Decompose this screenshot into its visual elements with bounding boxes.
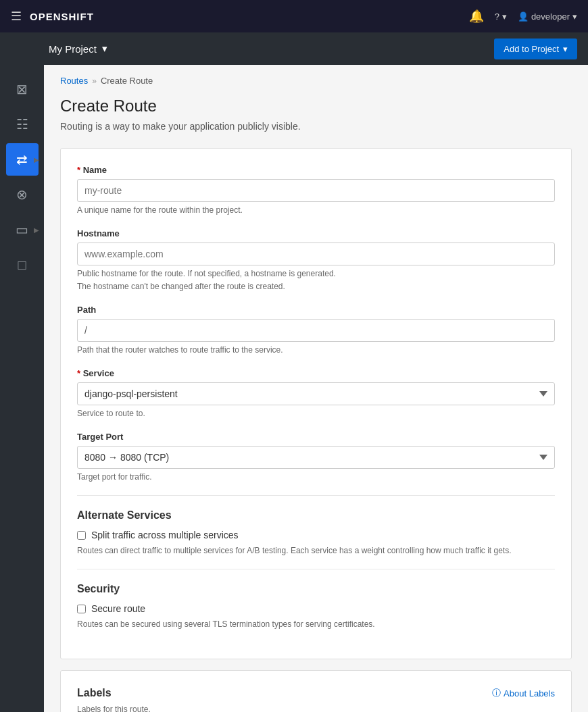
catalog-icon: ☷ (16, 116, 28, 132)
split-traffic-checkbox-group: Split traffic across multiple services (77, 530, 555, 540)
path-group: Path Path that the router watches to rou… (77, 305, 555, 355)
alternate-services-help: Routes can direct traffic to multiple se… (77, 546, 555, 555)
about-labels-link[interactable]: ⓘ About Labels (492, 687, 555, 699)
divider-2 (77, 569, 555, 569)
sidebar: ⊠ ☷ ⇄ ▶ ⊗ ▭ ▶ □ (0, 65, 44, 712)
builds-icon: ▭ (16, 222, 28, 238)
sidebar-item-storage[interactable]: ⊗ (6, 178, 39, 211)
page-subtitle: Routing is a way to make your applicatio… (60, 121, 572, 132)
secure-route-checkbox-group: Secure route (77, 603, 555, 614)
breadcrumb-separator: » (92, 76, 97, 86)
labels-section: Labels ⓘ About Labels Labels for this ro… (60, 670, 572, 712)
path-label: Path (77, 305, 555, 315)
hostname-input[interactable] (77, 243, 555, 265)
help-button[interactable]: ? ▾ (495, 11, 507, 22)
page-title: Create Route (60, 97, 572, 116)
target-port-label: Target Port (77, 432, 555, 442)
create-route-form: Name A unique name for the route within … (60, 148, 572, 659)
breadcrumb-routes-link[interactable]: Routes (60, 76, 88, 86)
alternate-services-heading: Alternate Services (77, 509, 555, 522)
target-port-select[interactable]: 8080 → 8080 (TCP) (77, 446, 555, 469)
target-port-help: Target port for traffic. (77, 472, 555, 482)
user-icon: 👤 (518, 11, 529, 22)
top-nav: ☰ OPENSHIFT 🔔 ? ▾ 👤 developer ▾ (0, 0, 588, 32)
add-to-project-button[interactable]: Add to Project ▾ (494, 39, 577, 59)
hostname-label: Hostname (77, 228, 555, 238)
service-group: Service django-psql-persistent Service t… (77, 368, 555, 418)
sidebar-item-builds[interactable]: ▭ ▶ (6, 213, 39, 246)
sidebar-item-routes[interactable]: ⇄ ▶ (6, 143, 39, 176)
info-icon: ⓘ (492, 687, 501, 699)
labels-header: Labels ⓘ About Labels (77, 687, 555, 699)
security-heading: Security (77, 583, 555, 595)
storage-icon: ⊗ (16, 186, 28, 203)
secure-route-label[interactable]: Secure route (91, 603, 145, 614)
security-group: Security Secure route Routes can be secu… (77, 583, 555, 629)
name-help: A unique name for the route within the p… (77, 205, 555, 215)
path-input[interactable] (77, 319, 555, 342)
expand-icon: ▶ (34, 156, 39, 163)
hostname-help2: The hostname can't be changed after the … (77, 282, 555, 291)
project-selector[interactable]: My Project ▾ (49, 43, 107, 55)
divider-1 (77, 495, 555, 496)
alternate-services-group: Alternate Services Split traffic across … (77, 509, 555, 555)
name-group: Name A unique name for the route within … (77, 165, 555, 215)
labels-title: Labels (77, 687, 112, 699)
hostname-group: Hostname Public hostname for the route. … (77, 228, 555, 291)
service-help: Service to route to. (77, 409, 555, 418)
monitoring-icon: □ (18, 257, 26, 273)
sidebar-item-overview[interactable]: ⊠ (6, 73, 39, 105)
labels-help: Labels for this route. (77, 705, 555, 712)
secure-route-checkbox[interactable] (77, 605, 86, 613)
name-input[interactable] (77, 179, 555, 202)
main-content: Routes » Create Route Create Route Routi… (44, 65, 588, 712)
split-traffic-label[interactable]: Split traffic across multiple services (91, 530, 239, 540)
secondary-nav: My Project ▾ Add to Project ▾ (0, 32, 588, 65)
split-traffic-checkbox[interactable] (77, 531, 86, 540)
security-help: Routes can be secured using several TLS … (77, 619, 555, 629)
service-select[interactable]: django-psql-persistent (77, 382, 555, 405)
sidebar-item-monitoring[interactable]: □ (6, 249, 39, 281)
hamburger-menu-icon[interactable]: ☰ (11, 9, 22, 24)
name-label: Name (77, 165, 555, 175)
path-help: Path that the router watches to route tr… (77, 345, 555, 355)
hostname-help1: Public hostname for the route. If not sp… (77, 269, 555, 278)
expand-icon-builds: ▶ (34, 226, 39, 234)
user-menu[interactable]: 👤 developer ▾ (518, 11, 577, 22)
notification-icon[interactable]: 🔔 (469, 9, 484, 24)
breadcrumb-current: Create Route (101, 76, 153, 86)
routes-icon: ⇄ (16, 151, 28, 168)
target-port-group: Target Port 8080 → 8080 (TCP) Target por… (77, 432, 555, 482)
logo: OPENSHIFT (30, 11, 94, 22)
overview-icon: ⊠ (16, 81, 28, 97)
breadcrumb: Routes » Create Route (60, 76, 572, 86)
service-label: Service (77, 368, 555, 378)
sidebar-item-catalog[interactable]: ☷ (6, 108, 39, 141)
